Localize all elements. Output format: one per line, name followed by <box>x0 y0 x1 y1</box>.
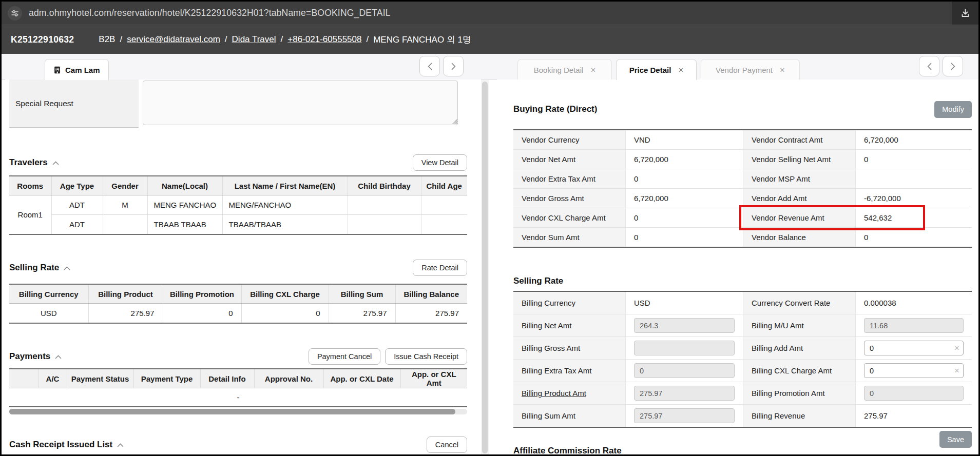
billing-promotion-amt-input <box>864 386 964 401</box>
row-label: Billing Revenue <box>743 405 855 427</box>
price-detail-panel: Buying Rate (Direct) Modify Vendor Curre… <box>497 80 980 456</box>
billing-currency-cell: USD <box>9 304 88 324</box>
col-payment-type: Payment Type <box>133 369 200 388</box>
close-icon[interactable]: × <box>678 66 683 74</box>
row-value: 0 <box>625 208 743 227</box>
row-value: 6,720,000 <box>855 130 972 149</box>
collapse-chevron-icon[interactable] <box>52 161 59 165</box>
buying-rate-header: Buying Rate (Direct) Modify <box>513 100 972 118</box>
right-pane-next-button[interactable] <box>943 56 963 76</box>
payment-cancel-button[interactable]: Payment Cancel <box>309 348 380 365</box>
table-header-row: A/C Payment Status Payment Type Detail I… <box>9 369 467 388</box>
left-pane-next-button[interactable] <box>443 56 464 76</box>
billing-cxl-charge-cell: 0 <box>241 304 329 324</box>
close-icon[interactable]: × <box>780 66 785 74</box>
name-en-cell: MENG/FANCHAO <box>222 195 348 215</box>
col-billing-promotion: Billing Promotion <box>163 284 241 304</box>
agency-name-link[interactable]: Dida Travel <box>232 34 276 45</box>
collapse-chevron-icon[interactable] <box>117 443 124 447</box>
col-ac: A/C <box>39 369 67 388</box>
col-payment-status: Payment Status <box>67 369 133 388</box>
billing-sum-amt-input <box>634 408 735 423</box>
horizontal-scrollbar[interactable] <box>9 409 467 414</box>
billing-cxl-charge-amt-input[interactable] <box>864 363 964 378</box>
tab-price-detail[interactable]: Price Detail × <box>616 59 697 80</box>
chevron-right-icon <box>451 63 456 70</box>
site-settings-icon[interactable] <box>8 6 22 21</box>
traveler-row: Room1 ADT M MENG FANCHAO MENG/FANCHAO <box>9 195 467 215</box>
col-approval-no: Approval No. <box>254 369 323 388</box>
close-icon[interactable]: × <box>590 66 595 74</box>
collapse-chevron-icon[interactable] <box>64 266 70 270</box>
row-value: VND <box>625 130 743 149</box>
booking-detail-panel: Special Request Travelers View Detail Ro… <box>5 80 481 456</box>
billing-product-amt-link[interactable]: Billing Product Amt <box>522 389 586 398</box>
name-en-cell: TBAAB/TBAAB <box>222 215 348 235</box>
child-age-cell <box>421 215 467 235</box>
tab-booking-detail[interactable]: Booking Detail × <box>517 59 612 80</box>
download-button[interactable] <box>952 2 978 25</box>
clear-input-icon[interactable]: × <box>954 344 959 352</box>
cancel-button[interactable]: Cancel <box>427 437 467 453</box>
agency-email-link[interactable]: service@didatravel.com <box>127 34 220 45</box>
billing-add-amt-input[interactable] <box>864 341 964 355</box>
billing-revenue-value: 275.97 <box>864 411 888 420</box>
row-label: Billing Net Amt <box>513 314 625 336</box>
billing-amounts-table: Billing Currency USD Currency Convert Ra… <box>513 291 972 428</box>
modify-button[interactable]: Modify <box>934 101 972 118</box>
agency-phone-link[interactable]: +86-021-60555508 <box>287 34 361 45</box>
table-row: Billing Extra Tax Amt Billing CXL Charge… <box>513 359 972 382</box>
vertical-scrollbar[interactable] <box>481 80 489 456</box>
col-gender: Gender <box>103 176 147 195</box>
scrollbar-thumb[interactable] <box>9 409 455 414</box>
tab-label: Price Detail <box>629 66 671 74</box>
row-label: Vendor CXL Charge Amt <box>513 208 625 227</box>
billing-mu-amt-input <box>864 318 964 333</box>
tab-strip: Cam Lam Booking Detail × Price Detail × … <box>2 54 978 80</box>
table-row: Vendor Net Amt 6,720,000 Vendor Selling … <box>513 149 972 169</box>
booking-header-bar: K25122910632 B2B / service@didatravel.co… <box>2 25 978 54</box>
col-billing-balance: Billing Balance <box>395 284 467 304</box>
billing-extra-tax-amt-input <box>634 363 735 378</box>
table-header-row: Rooms Age Type Gender Name(Local) Last N… <box>9 176 467 195</box>
vendor-amounts-table: Vendor Currency VND Vendor Contract Amt … <box>513 129 972 248</box>
left-pane-prev-button[interactable] <box>419 56 440 76</box>
col-billing-currency: Billing Currency <box>9 284 88 304</box>
view-detail-button[interactable]: View Detail <box>413 154 467 171</box>
billing-row: USD 275.97 0 0 275.97 275.97 <box>9 304 467 324</box>
collapse-chevron-icon[interactable] <box>55 355 62 359</box>
cash-receipt-section-header: Cash Receipt Issued List Cancel <box>9 436 467 453</box>
row-value: 0.000038 <box>864 299 896 307</box>
booking-id: K25122910632 <box>11 34 74 45</box>
issue-cash-receipt-button[interactable]: Issue Cash Receipt <box>385 348 467 365</box>
special-request-textarea[interactable] <box>143 81 458 125</box>
clear-input-icon[interactable]: × <box>954 366 959 375</box>
scrollbar-thumb[interactable] <box>482 82 488 453</box>
row-label: Vendor Extra Tax Amt <box>513 169 625 188</box>
row-label: Vendor Contract Amt <box>743 130 855 149</box>
name-local-cell: TBAAB TBAAB <box>147 215 222 235</box>
separator: / <box>120 34 122 45</box>
separator: / <box>366 34 369 45</box>
col-name-en: Last Name / First Name(EN) <box>222 176 348 195</box>
selling-rate-title: Selling Rate <box>513 276 563 286</box>
row-label: Vendor Net Amt <box>513 150 625 169</box>
right-pane-prev-button[interactable] <box>919 56 939 76</box>
row-value: USD <box>634 299 650 307</box>
tab-vendor-payment[interactable]: Vendor Payment × <box>701 59 800 80</box>
child-birthday-cell <box>348 215 421 235</box>
billing-sum-cell: 275.97 <box>329 304 395 324</box>
rate-detail-button[interactable]: Rate Detail <box>413 260 467 276</box>
table-row: Vendor Currency VND Vendor Contract Amt … <box>513 130 972 149</box>
booking-meta: B2B / service@didatravel.com / Dida Trav… <box>99 34 471 46</box>
name-local-cell: MENG FANCHAO <box>147 195 222 215</box>
chevron-right-icon <box>951 63 955 70</box>
travelers-section-header: Travelers View Detail <box>9 154 467 171</box>
selling-rate-header: Selling Rate <box>513 274 972 288</box>
col-child-birthday: Child Birthday <box>348 176 421 195</box>
url-text[interactable]: adm.ohmyhotel.com/reservation/hotel/K251… <box>29 8 391 18</box>
channel-label: B2B <box>99 34 115 45</box>
selling-rate-title: Selling Rate <box>9 263 70 273</box>
save-button[interactable]: Save <box>939 431 972 448</box>
hotel-tab-cam-lam[interactable]: Cam Lam <box>45 59 109 80</box>
